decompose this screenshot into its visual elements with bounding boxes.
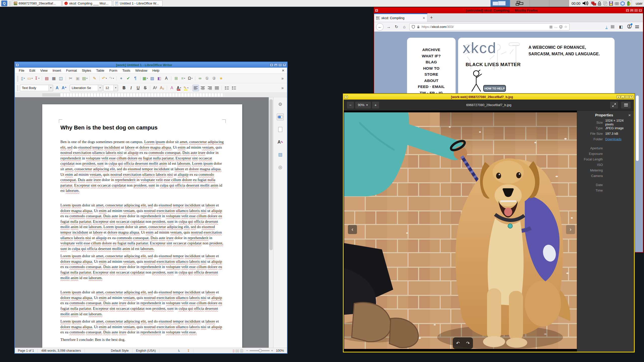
home-button[interactable]: ⌂ (401, 25, 407, 29)
menu-view[interactable]: View (38, 69, 50, 72)
window-menu-icon[interactable]: ▾ (16, 63, 19, 67)
redo-button[interactable]: ↷ (108, 75, 115, 82)
sidebar-properties-icon[interactable] (277, 113, 284, 120)
subscript-button[interactable]: A₂ (159, 85, 165, 91)
sidebar-settings-gear-icon[interactable]: ⚙ (277, 101, 284, 108)
document-page[interactable]: Why Ben is the best dog on campus Ben is… (42, 104, 242, 348)
insert-bookmark-button[interactable]: ★ (218, 75, 224, 82)
chevron-down-icon[interactable]: ▼ (98, 85, 102, 91)
menu-window[interactable]: Window (133, 69, 150, 72)
vertical-scrollbar[interactable] (269, 97, 273, 348)
menu-edit[interactable]: Edit (27, 69, 38, 72)
page-break-button[interactable]: ⊞ (173, 75, 179, 82)
align-justify-button[interactable] (214, 85, 220, 91)
menu-tools[interactable]: Tools (120, 69, 133, 72)
paste-button[interactable]: ▤ (82, 75, 88, 82)
underline-button[interactable]: U (135, 85, 141, 91)
url-bar[interactable]: https://xkcd.com/303/ ▤ … ☆ (409, 23, 570, 30)
spelling-button[interactable]: ✔ (125, 75, 132, 82)
insert-image-button[interactable]: ▨ (149, 75, 155, 82)
forward-button[interactable]: → (386, 25, 391, 29)
tab-close-icon[interactable]: ✕ (423, 16, 425, 20)
bold-button[interactable]: B (121, 85, 127, 91)
align-right-button[interactable] (207, 85, 213, 91)
firefox-titlebar[interactable]: ▾ [untrusted] xkcd: Compiling __ Mozilla… (374, 8, 643, 13)
print-button[interactable]: ▦ (51, 75, 57, 82)
page-style[interactable]: Default Style (107, 349, 133, 352)
sidebar-page-icon[interactable] (277, 126, 284, 133)
zoom-in-button[interactable]: + (372, 101, 379, 109)
xkcd-link-store[interactable]: STORE (407, 71, 456, 78)
writer-titlebar[interactable]: ▾ [work] Untitled 1 - LibreOffice Writer… (15, 62, 287, 68)
lock-icon[interactable] (597, 1, 602, 6)
fullscreen-button[interactable] (610, 101, 618, 109)
sidebar-gallery-icon[interactable]: ▨ (277, 151, 284, 158)
shade-button[interactable]: ▴ (626, 9, 629, 12)
new-style-button[interactable]: A⁺ (61, 85, 67, 91)
undo-button[interactable]: ↶ (101, 75, 108, 82)
workspace-1[interactable] (491, 0, 510, 7)
menu-format[interactable]: Format (64, 69, 79, 72)
minimize-button[interactable]: ▁ (274, 63, 278, 67)
taskbar-window-writer[interactable]: Untitled 1 - LibreOffice W... (113, 0, 163, 6)
workspace-3[interactable] (530, 0, 549, 7)
formatting-overflow-button[interactable]: » (279, 85, 286, 91)
xkcd-logo[interactable]: xkcd (463, 39, 497, 57)
document-area[interactable]: Why Ben is the best dog on campus Ben is… (15, 97, 287, 348)
strikethrough-button[interactable]: S (142, 85, 148, 91)
chevron-down-icon[interactable]: ▼ (49, 85, 53, 91)
update-style-button[interactable]: A (54, 85, 60, 91)
url-text[interactable]: https://xkcd.com/303/ (422, 25, 548, 29)
align-left-button[interactable] (192, 85, 199, 91)
workspace-pager[interactable] (491, 0, 569, 7)
cut-button[interactable]: ✂ (67, 75, 74, 82)
window-menu-icon[interactable]: ▾ (344, 95, 348, 99)
account-icon[interactable] (627, 24, 632, 30)
xkcd-link-blag[interactable]: BLAG (407, 59, 456, 65)
scrollbar-thumb[interactable] (269, 99, 273, 250)
superscript-button[interactable]: A² (152, 85, 158, 91)
tab-xkcd[interactable]: xkcd: Compiling ✕ (374, 13, 427, 22)
insert-chart-button[interactable]: ◧ (156, 75, 163, 82)
sidebars-icon[interactable]: ◧ (618, 24, 624, 29)
document-modified-icon[interactable]: ↧ (184, 349, 193, 352)
close-button[interactable]: ✕ (283, 63, 286, 67)
word-count[interactable]: 486 words, 3,098 characters (38, 349, 85, 352)
book-view-icon[interactable]: ◫ (240, 349, 243, 352)
page-scrollbar[interactable] (636, 96, 639, 161)
highlight-color-button[interactable]: ✎ (183, 85, 189, 91)
insert-table-button[interactable]: ▦ (142, 75, 148, 82)
xkcd-link-how-to[interactable]: HOW TO (407, 65, 456, 72)
taskbar-window-image-viewer[interactable]: 6968727080_29ecef8af... (12, 0, 61, 6)
font-name-select[interactable]: Liberation Se▼ (70, 85, 102, 91)
how-to-help-button[interactable]: HOW TO HELP (483, 85, 506, 92)
back-button[interactable]: ← (376, 23, 384, 31)
menu-file[interactable]: File (16, 69, 27, 72)
print-preview-button[interactable]: ◫ (58, 75, 64, 82)
paragraph-style-select[interactable]: Text Body▼ (20, 85, 53, 91)
new-document-button[interactable]: ▯ (20, 75, 26, 82)
clear-formatting-button[interactable]: A (169, 85, 175, 91)
taskbar-grip[interactable] (9, 1, 11, 6)
downloads-icon[interactable]: ↓ (606, 25, 608, 29)
menu-insert[interactable]: Insert (50, 69, 64, 72)
lock-icon[interactable] (417, 25, 420, 29)
minimize-button[interactable]: ▁ (630, 9, 634, 12)
shade-button[interactable]: ▴ (270, 63, 273, 67)
clone-formatting-button[interactable]: ✎ (91, 75, 98, 82)
menu-help[interactable]: Help (150, 69, 162, 72)
text-language[interactable]: English (USA) (133, 349, 160, 352)
previous-image-button[interactable]: ‹ (348, 225, 357, 234)
sidebar-navigator-icon[interactable]: ◎ (277, 164, 284, 171)
close-button[interactable]: ✕ (638, 9, 642, 12)
menu-button[interactable] (621, 101, 631, 109)
special-character-button[interactable]: Ω (187, 75, 193, 82)
battery-icon[interactable] (626, 1, 631, 6)
page-actions-icon[interactable]: … (554, 25, 557, 29)
insert-field-button[interactable]: ≡ (180, 75, 186, 82)
zoom-level[interactable]: 100% (276, 349, 284, 352)
disk-icon[interactable] (614, 1, 620, 6)
xkcd-link-archive[interactable]: ARCHIVE (407, 47, 456, 53)
zoom-slider[interactable] (250, 350, 270, 351)
toolbar-grip[interactable] (17, 75, 18, 81)
